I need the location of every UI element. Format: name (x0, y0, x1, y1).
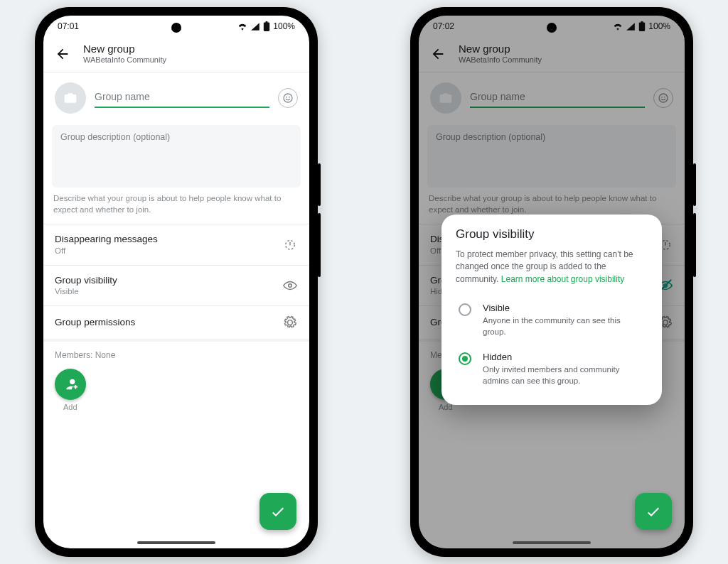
radio-hidden[interactable] (459, 352, 471, 365)
volume-button (693, 163, 696, 206)
permissions-label: Group permissions (55, 316, 135, 329)
back-icon[interactable] (55, 46, 70, 62)
visibility-modal: Group visibility To protect member priva… (441, 215, 662, 405)
option-desc: Anyone in the community can see this gro… (483, 315, 645, 337)
emoji-button[interactable] (278, 88, 298, 108)
gear-icon (282, 315, 298, 330)
svg-point-0 (284, 94, 292, 102)
confirm-fab[interactable] (259, 493, 296, 530)
group-description-input[interactable]: Group description (optional) (52, 125, 301, 188)
disappearing-label: Disappearing messages (55, 233, 158, 246)
page-subtitle: WABetaInfo Community (83, 55, 166, 65)
camera-notch (171, 23, 181, 33)
home-indicator[interactable] (513, 541, 591, 544)
page-title: New group (83, 43, 166, 55)
battery-percent: 100% (273, 21, 295, 31)
visibility-option-hidden[interactable]: Hidden Only invited members and communit… (456, 345, 648, 394)
option-desc: Only invited members and community admin… (483, 364, 645, 386)
svg-point-2 (289, 97, 290, 98)
learn-more-link[interactable]: Learn more about group visibility (501, 274, 624, 284)
add-members-button[interactable] (55, 369, 86, 400)
phone-frame-left: 07:01 100% New group WABetaInfo Communit… (35, 7, 318, 557)
description-hint: Describe what your group is about to hel… (43, 193, 309, 224)
option-title: Hidden (483, 352, 645, 364)
visibility-value: Visible (55, 286, 117, 297)
eye-icon (282, 278, 298, 293)
group-photo-placeholder[interactable] (55, 82, 86, 114)
visibility-label: Group visibility (55, 274, 117, 287)
home-indicator[interactable] (137, 541, 215, 544)
check-icon (269, 503, 287, 520)
power-button (318, 213, 321, 277)
power-button (693, 213, 696, 277)
camera-icon (63, 91, 77, 105)
visibility-option-visible[interactable]: Visible Anyone in the community can see … (456, 295, 648, 345)
wifi-icon (237, 22, 247, 31)
camera-notch (547, 23, 557, 33)
check-icon (645, 503, 662, 520)
group-permissions-row[interactable]: Group permissions (43, 306, 309, 342)
status-time: 07:01 (58, 21, 79, 31)
add-members-label: Add (63, 403, 298, 411)
option-title: Visible (483, 303, 645, 315)
svg-point-1 (286, 97, 287, 98)
disappearing-value: Off (55, 246, 158, 256)
confirm-fab[interactable] (635, 493, 672, 530)
modal-description: To protect member privacy, this setting … (456, 249, 648, 286)
volume-button (318, 163, 321, 206)
radio-visible[interactable] (459, 303, 471, 316)
emoji-icon (282, 92, 294, 104)
modal-title: Group visibility (456, 227, 648, 242)
app-header: New group WABetaInfo Community (43, 37, 309, 72)
battery-icon (263, 21, 270, 31)
group-visibility-row[interactable]: Group visibility Visible (43, 266, 309, 306)
phone-frame-right: 07:02 100% New group WABetaInfo Communit… (410, 7, 693, 557)
add-person-icon (63, 376, 78, 392)
disappearing-messages-row[interactable]: Disappearing messages Off (43, 224, 309, 265)
group-name-input[interactable] (95, 88, 269, 108)
signal-icon (250, 22, 260, 31)
members-header: Members: None (43, 342, 309, 369)
timer-icon (282, 237, 298, 252)
svg-point-4 (289, 284, 292, 288)
